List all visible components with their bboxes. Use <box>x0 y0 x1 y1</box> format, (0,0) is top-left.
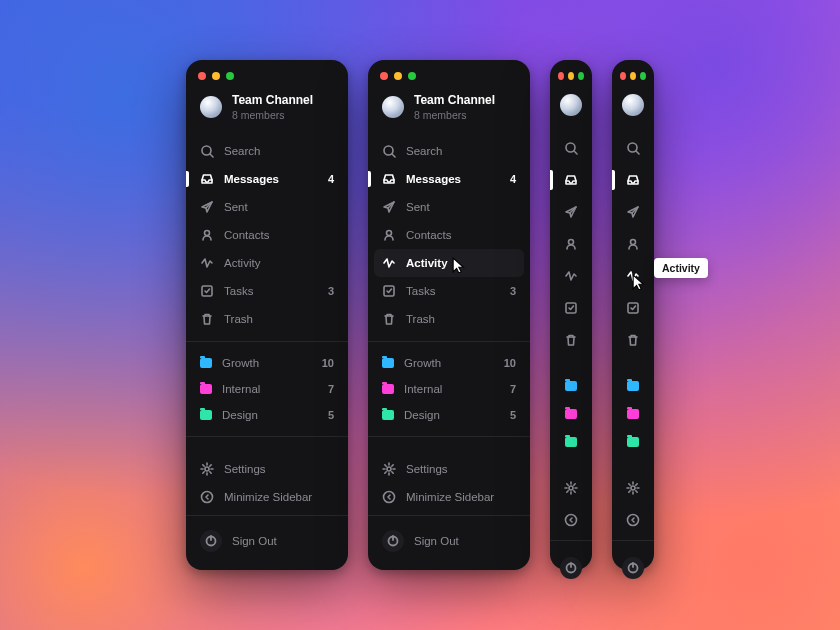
folder-icon <box>565 381 577 391</box>
close-window-dot[interactable] <box>380 72 388 80</box>
folder-item-growth[interactable] <box>550 372 592 400</box>
sidebar-item-signout[interactable] <box>612 545 654 593</box>
sidebar-item-sent[interactable]: Sent <box>368 193 530 221</box>
sidebar-item-settings[interactable]: Settings <box>186 455 348 483</box>
folder-item-internal[interactable] <box>612 400 654 428</box>
collapse-icon <box>564 513 578 527</box>
sidebar-item-settings[interactable] <box>612 472 654 504</box>
folder-item-growth[interactable]: Growth 10 <box>368 350 530 376</box>
power-icon <box>622 557 644 579</box>
sidebar-item-label: Search <box>406 145 516 157</box>
minimize-window-dot[interactable] <box>568 72 574 80</box>
sidebar-item-search[interactable]: Search <box>186 137 348 165</box>
maximize-window-dot[interactable] <box>408 72 416 80</box>
window-controls <box>186 60 348 88</box>
maximize-window-dot[interactable] <box>640 72 646 80</box>
maximize-window-dot[interactable] <box>578 72 584 80</box>
sidebar-item-minimize[interactable] <box>550 504 592 536</box>
sidebar-item-trash[interactable] <box>550 324 592 356</box>
sidebar-item-sent[interactable]: Sent <box>186 193 348 221</box>
folder-item-growth[interactable]: Growth 10 <box>186 350 348 376</box>
sidebar-item-label: Sent <box>224 201 334 213</box>
divider <box>368 341 530 342</box>
sidebar-item-messages[interactable] <box>612 164 654 196</box>
sidebar-variant-hover: Team Channel 8 members Search Messages 4… <box>368 60 530 570</box>
sidebar-item-tasks[interactable]: Tasks 3 <box>368 277 530 305</box>
contacts-icon <box>626 237 640 251</box>
window-controls <box>612 60 654 88</box>
sidebar-item-contacts[interactable]: Contacts <box>368 221 530 249</box>
folder-icon <box>382 358 394 368</box>
sidebar-item-label: Tasks <box>224 285 318 297</box>
folder-item-internal[interactable]: Internal 7 <box>186 376 348 402</box>
inbox-icon <box>200 172 214 186</box>
folder-count: 7 <box>510 383 516 395</box>
sidebar-item-sent[interactable] <box>550 196 592 228</box>
inbox-icon <box>626 173 640 187</box>
sidebar-item-signout[interactable]: Sign Out <box>186 520 348 566</box>
sidebar-item-activity[interactable]: Activity <box>612 260 654 292</box>
team-header[interactable]: Team Channel 8 members <box>186 88 348 133</box>
sidebar-item-contacts[interactable] <box>550 228 592 260</box>
sidebar-item-label: Tasks <box>406 285 500 297</box>
sidebar-item-tasks[interactable]: Tasks 3 <box>186 277 348 305</box>
folder-label: Design <box>222 409 318 421</box>
sidebar-item-signout[interactable]: Sign Out <box>368 520 530 566</box>
folder-item-design[interactable] <box>550 428 592 456</box>
sidebar-item-minimize[interactable]: Minimize Sidebar <box>368 483 530 511</box>
avatar <box>622 94 644 116</box>
search-icon <box>564 141 578 155</box>
close-window-dot[interactable] <box>198 72 206 80</box>
sidebar-item-messages[interactable]: Messages 4 <box>186 165 348 193</box>
send-icon <box>200 200 214 214</box>
sidebar-item-settings[interactable]: Settings <box>368 455 530 483</box>
close-window-dot[interactable] <box>558 72 564 80</box>
sidebar-item-trash[interactable] <box>612 324 654 356</box>
sidebar-item-trash[interactable]: Trash <box>368 305 530 333</box>
power-icon <box>200 530 222 552</box>
sidebar-item-sent[interactable] <box>612 196 654 228</box>
maximize-window-dot[interactable] <box>226 72 234 80</box>
search-icon <box>626 141 640 155</box>
sidebar-item-search[interactable]: Search <box>368 137 530 165</box>
folder-item-internal[interactable] <box>550 400 592 428</box>
folder-item-growth[interactable] <box>612 372 654 400</box>
sidebar-item-label: Sent <box>406 201 516 213</box>
sidebar-item-activity[interactable]: Activity <box>186 249 348 277</box>
sidebar-item-activity[interactable] <box>550 260 592 292</box>
sidebar-item-messages[interactable] <box>550 164 592 196</box>
sidebar-item-settings[interactable] <box>550 472 592 504</box>
sidebar-item-contacts[interactable] <box>612 228 654 260</box>
sidebar-item-tasks[interactable] <box>612 292 654 324</box>
folder-icon <box>627 381 639 391</box>
sidebar-item-trash[interactable]: Trash <box>186 305 348 333</box>
minimize-window-dot[interactable] <box>630 72 636 80</box>
gear-icon <box>626 481 640 495</box>
divider <box>186 515 348 516</box>
sidebar-item-minimize[interactable] <box>612 504 654 536</box>
sidebar-item-messages[interactable]: Messages 4 <box>368 165 530 193</box>
folder-item-design[interactable]: Design 5 <box>368 402 530 428</box>
sidebar-item-label: Activity <box>406 257 516 269</box>
folder-count: 10 <box>322 357 334 369</box>
folder-item-design[interactable] <box>612 428 654 456</box>
folder-item-internal[interactable]: Internal 7 <box>368 376 530 402</box>
minimize-window-dot[interactable] <box>394 72 402 80</box>
search-icon <box>200 144 214 158</box>
team-name: Team Channel <box>414 94 495 108</box>
sidebar-item-search[interactable] <box>550 132 592 164</box>
minimize-window-dot[interactable] <box>212 72 220 80</box>
sidebar-item-label: Settings <box>406 463 516 475</box>
folder-item-design[interactable]: Design 5 <box>186 402 348 428</box>
sidebar-item-search[interactable] <box>612 132 654 164</box>
send-icon <box>382 200 396 214</box>
team-header[interactable] <box>550 88 592 128</box>
close-window-dot[interactable] <box>620 72 626 80</box>
sidebar-item-tasks[interactable] <box>550 292 592 324</box>
team-header[interactable]: Team Channel 8 members <box>368 88 530 133</box>
team-header[interactable] <box>612 88 654 128</box>
sidebar-item-minimize[interactable]: Minimize Sidebar <box>186 483 348 511</box>
sidebar-item-signout[interactable] <box>550 545 592 593</box>
sidebar-item-contacts[interactable]: Contacts <box>186 221 348 249</box>
sidebar-item-activity[interactable]: Activity <box>374 249 524 277</box>
